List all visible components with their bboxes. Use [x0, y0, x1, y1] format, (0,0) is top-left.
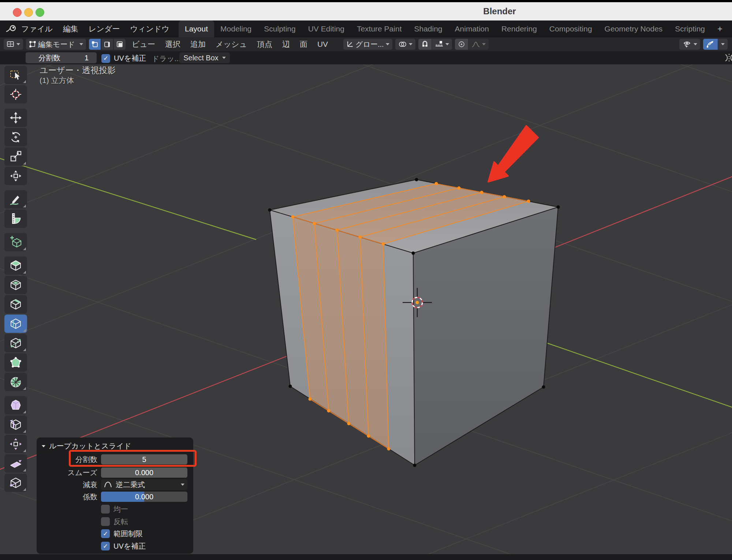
show-gizmo-button[interactable] — [703, 39, 718, 50]
blender-logo-icon[interactable] — [6, 24, 17, 34]
select-tool-dropdown[interactable]: Select Box — [179, 52, 230, 63]
vertex-select-button[interactable] — [89, 39, 101, 50]
menu-item-3[interactable]: ウィンドウ — [130, 24, 169, 34]
menu-item-0[interactable]: ファイル — [21, 24, 53, 34]
tool-add-cube-button[interactable] — [4, 233, 27, 251]
cursor-3d-icon — [9, 88, 22, 101]
viewport-menu-7[interactable]: UV — [317, 40, 328, 49]
orientation-label: グロー... — [355, 40, 384, 49]
menubar: ファイル編集レンダーウィンドウヘルプ LayoutModelingSculpti… — [0, 20, 732, 37]
operator-panel-title: ループカットとスライド — [49, 441, 131, 451]
viewport-menu-4[interactable]: 頂点 — [257, 39, 272, 49]
mode-dropdown[interactable]: 編集モード — [26, 39, 86, 50]
edge-select-button[interactable] — [101, 39, 113, 50]
viewport-menu-3[interactable]: メッシュ — [216, 39, 247, 49]
panel-falloff-label: 減衰 — [37, 479, 97, 490]
operator-panel-header[interactable]: ループカットとスライド — [42, 441, 131, 451]
proportional-falloff-dropdown[interactable] — [468, 39, 489, 50]
tool-loop-cut-button[interactable] — [4, 315, 27, 333]
tool-rotate-button[interactable] — [4, 128, 27, 146]
mirror-x-icon[interactable] — [724, 53, 732, 63]
editor-type-icon — [7, 41, 15, 48]
transform-icon — [9, 169, 22, 183]
gizmo-dropdown[interactable] — [718, 39, 728, 50]
correct-uv-checkbox[interactable]: ✓ — [101, 542, 110, 550]
snap-target-dropdown[interactable] — [432, 39, 452, 50]
editor-type-button[interactable] — [4, 39, 23, 50]
viewport-menu-2[interactable]: 追加 — [190, 39, 206, 49]
tool-edge-slide-button[interactable] — [4, 416, 27, 434]
chevron-down-icon — [482, 43, 486, 45]
tab-geometry-nodes[interactable]: Geometry Nodes — [598, 20, 669, 37]
uniform-checkbox[interactable] — [101, 505, 110, 514]
tool-inset-faces-button[interactable] — [4, 276, 27, 294]
tool-measure-button[interactable] — [4, 210, 27, 228]
tab-shading[interactable]: Shading — [408, 20, 448, 37]
flipped-checkbox[interactable] — [101, 517, 110, 526]
menu-item-2[interactable]: レンダー — [89, 24, 120, 34]
menu-item-1[interactable]: 編集 — [63, 24, 78, 34]
minimize-window-button[interactable] — [24, 8, 33, 17]
viewport-menu-5[interactable]: 辺 — [282, 39, 290, 49]
tab-compositing[interactable]: Compositing — [543, 20, 598, 37]
pivot-point-dropdown[interactable] — [395, 39, 415, 50]
subtool-indicator — [23, 204, 26, 207]
number-of-cuts-field[interactable]: 分割数 1 — [26, 52, 97, 63]
viewport-header: 編集モード — [0, 37, 732, 51]
show-overlays-dropdown[interactable] — [679, 39, 700, 50]
close-window-button[interactable] — [13, 8, 22, 17]
tab-scripting[interactable]: Scripting — [669, 20, 711, 37]
chevron-down-icon — [409, 43, 412, 45]
chevron-down-icon — [222, 57, 226, 59]
maximize-window-button[interactable] — [36, 8, 44, 17]
panel-factor-slider[interactable]: 0.000 — [101, 492, 187, 502]
tool-move-button[interactable] — [4, 109, 27, 127]
cube-mesh[interactable] — [268, 178, 560, 467]
subtool-indicator — [23, 80, 26, 83]
tab-modeling[interactable]: Modeling — [214, 20, 258, 37]
transform-orientation-dropdown[interactable]: グロー... — [343, 39, 392, 50]
panel-smoothness-field[interactable]: 0.000 — [101, 467, 187, 478]
tab-layout[interactable]: Layout — [179, 20, 214, 37]
clamp-checkbox[interactable]: ✓ — [101, 529, 110, 538]
tab-texture-paint[interactable]: Texture Paint — [351, 20, 408, 37]
tool-annotate-button[interactable] — [4, 190, 27, 208]
cuts-field-value: 1 — [85, 52, 89, 63]
tool-extrude-region-button[interactable] — [4, 256, 27, 275]
loop-cut-icon — [9, 317, 22, 330]
tool-tweak-select-button[interactable] — [4, 66, 27, 84]
measure-icon — [9, 212, 22, 225]
tab-uv-editing[interactable]: UV Editing — [302, 20, 351, 37]
tab-rendering[interactable]: Rendering — [495, 20, 543, 37]
snap-toggle-button[interactable] — [418, 39, 432, 50]
snap-target-icon — [435, 40, 444, 48]
proportional-edit-button[interactable] — [455, 39, 468, 50]
add-workspace-button[interactable]: + — [711, 20, 729, 37]
tool-knife-button[interactable] — [4, 334, 27, 352]
tool-scale-button[interactable] — [4, 147, 27, 166]
flipped-label: 反転 — [113, 517, 128, 527]
uv-correct-checkbox[interactable]: ✓ — [101, 54, 110, 63]
panel-falloff-dropdown[interactable]: 逆二乗式 — [101, 479, 187, 490]
viewport-menu-0[interactable]: ビュー — [132, 39, 155, 49]
tool-bevel-button[interactable] — [4, 295, 27, 313]
tool-shrink-fatten-button[interactable] — [4, 435, 27, 453]
tab-animation[interactable]: Animation — [449, 20, 495, 37]
tool-spin-button[interactable] — [4, 373, 27, 391]
edge-slide-icon — [9, 418, 22, 431]
uv-correct-label: UVを補正 — [114, 53, 146, 63]
tab-sculpting[interactable]: Sculpting — [258, 20, 302, 37]
face-select-button[interactable] — [114, 39, 126, 50]
chevron-down-icon — [721, 43, 725, 45]
tool-rip-region-button[interactable] — [4, 474, 27, 492]
shrink-fatten-icon — [9, 437, 22, 451]
viewport-menu-1[interactable]: 選択 — [165, 39, 180, 49]
viewport-menu-6[interactable]: 面 — [300, 39, 307, 49]
select-tool-label: Select Box — [183, 54, 219, 62]
tool-smooth-button[interactable] — [4, 396, 27, 414]
subtool-indicator — [23, 329, 26, 332]
tool-poly-build-button[interactable] — [4, 353, 27, 372]
tool-transform-button[interactable] — [4, 167, 27, 185]
tool-cursor-3d-button[interactable] — [4, 85, 27, 104]
tool-shear-button[interactable] — [4, 454, 27, 473]
